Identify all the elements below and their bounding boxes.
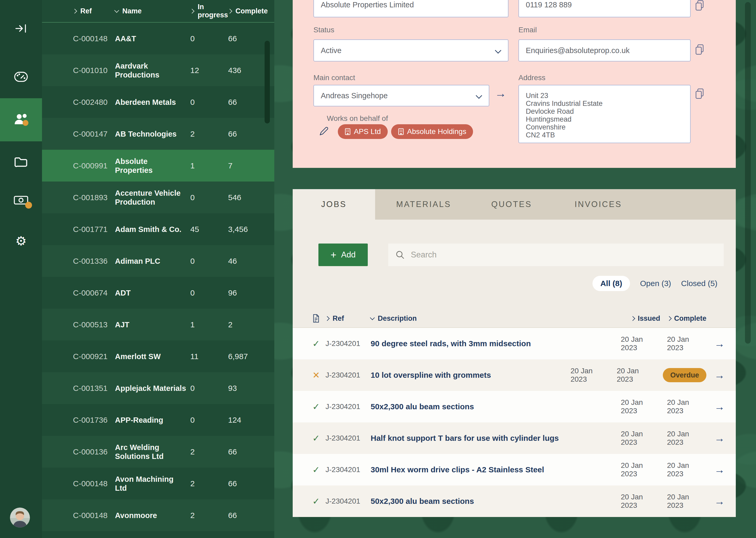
job-complete-date: 20 Jan 2023 xyxy=(667,335,706,352)
job-row[interactable]: J-2304201 50x2,300 alu beam sections 20 … xyxy=(293,391,736,422)
client-row[interactable]: C-001736 APP-Reading 0 124 xyxy=(42,404,274,436)
open-job-button[interactable]: → xyxy=(713,464,725,475)
filter-pill[interactable]: Closed (5) xyxy=(681,279,717,288)
client-row[interactable]: C-001010 Aardvark Productions 12 436 xyxy=(42,54,274,86)
arrow-right-icon: → xyxy=(495,87,506,100)
client-ref: C-001336 xyxy=(73,257,115,266)
sort-job-complete[interactable]: Complete xyxy=(667,314,706,323)
clients-scrollbar-thumb[interactable] xyxy=(264,41,270,124)
copy-phone-button[interactable] xyxy=(695,0,704,12)
sort-in-progress[interactable]: In progress xyxy=(190,3,228,19)
go-to-contact-button[interactable]: → xyxy=(495,87,506,99)
jobs-panel: + Add All (8)Open (3)Closed (5) Ref Desc… xyxy=(293,220,736,517)
status-select[interactable]: Active xyxy=(313,39,508,62)
job-complete-date: 20 Jan 2023 xyxy=(667,430,706,447)
edit-behalf-button[interactable] xyxy=(318,126,329,138)
client-row[interactable]: C-002480 Aberdeen Metals 0 66 xyxy=(42,86,274,118)
client-row[interactable]: C-001771 Adam Smith & Co. 45 3,456 xyxy=(42,213,274,245)
status-value: Active xyxy=(321,46,342,55)
job-issued-date: 20 Jan 2023 xyxy=(621,335,660,352)
filter-pill[interactable]: Open (3) xyxy=(640,279,671,288)
client-row[interactable]: C-000921 Amerlott SW 11 6,987 xyxy=(42,341,274,372)
client-row[interactable]: C-000148 Avonmoore 2 66 xyxy=(42,499,274,531)
client-ref: C-000674 xyxy=(73,289,115,297)
payments-nav-button[interactable] xyxy=(0,185,42,216)
user-avatar[interactable] xyxy=(10,508,30,527)
plus-icon: + xyxy=(330,250,336,260)
company-name-field[interactable]: Absolute Properties Limited xyxy=(313,0,508,17)
client-row[interactable]: C-000991 Absolute Properties 1 7 xyxy=(42,150,274,182)
client-name: Adam Smith & Co. xyxy=(115,225,190,234)
client-row[interactable]: C-000513 AJT 1 2 xyxy=(42,309,274,341)
client-row[interactable]: C-000147 AB Technologies 2 66 xyxy=(42,118,274,150)
behalf-company-tag[interactable]: Absolute Holdings xyxy=(391,124,473,139)
copy-email-button[interactable] xyxy=(695,44,704,56)
client-complete: 93 xyxy=(228,384,237,393)
sort-chevron-icon xyxy=(190,9,194,13)
folder-icon xyxy=(14,156,28,167)
client-row[interactable]: C-000148 Avon Machining Ltd 2 66 xyxy=(42,467,274,499)
tab[interactable]: MATERIALS xyxy=(375,189,472,220)
open-job-button[interactable]: → xyxy=(713,433,725,444)
job-status-icon xyxy=(312,465,325,474)
client-row[interactable]: C-000136 Arc Welding Solutions Ltd 2 66 xyxy=(42,436,274,467)
job-row[interactable]: J-2304201 50x2,300 alu beam sections 20 … xyxy=(293,485,736,517)
client-ref: C-000513 xyxy=(73,320,115,329)
building-icon xyxy=(345,128,351,135)
client-ref: C-000136 xyxy=(73,447,115,456)
sort-chevron-down-icon xyxy=(370,315,375,320)
dashboard-button[interactable] xyxy=(0,61,42,92)
search-input[interactable] xyxy=(410,250,716,260)
open-job-button[interactable]: → xyxy=(713,370,725,380)
sort-job-ref[interactable]: Ref xyxy=(325,314,371,323)
job-row[interactable]: J-2304201 30ml Hex worm drive clips - A2… xyxy=(293,454,736,485)
job-ref: J-2304201 xyxy=(325,434,371,442)
page-scrollbar-thumb[interactable] xyxy=(745,2,751,344)
behalf-company-tag[interactable]: APS Ltd xyxy=(338,124,388,139)
filter-pill[interactable]: All (8) xyxy=(592,276,630,291)
address-field[interactable]: Unit 23Cravins Industrial EstateDevlocke… xyxy=(518,85,691,143)
add-job-button[interactable]: + Add xyxy=(318,243,368,266)
job-col-description-label: Description xyxy=(378,314,417,323)
sort-name[interactable]: Name xyxy=(115,7,190,15)
sort-ref[interactable]: Ref xyxy=(73,7,115,15)
job-row[interactable]: J-2304201 90 degree steel rads, with 3mm… xyxy=(293,328,736,359)
behalf-tags: APS Ltd Absolute Holdings xyxy=(338,124,473,139)
client-row[interactable]: C-001336 Adiman PLC 0 46 xyxy=(42,245,274,277)
open-job-button[interactable]: → xyxy=(713,338,725,349)
jobs-table-header: Ref Description Issued Complete xyxy=(293,310,736,327)
job-col-issued-label: Issued xyxy=(638,314,660,323)
tab[interactable]: INVOICES 2 xyxy=(551,189,645,220)
client-row[interactable]: C-000674 ADT 0 96 xyxy=(42,277,274,309)
collapse-sidebar-button[interactable] xyxy=(0,13,42,44)
tab[interactable]: QUOTES xyxy=(472,189,551,220)
open-job-button[interactable]: → xyxy=(713,402,725,412)
job-issued-date: 20 Jan 2023 xyxy=(621,398,660,415)
client-name: AB Technologies xyxy=(115,130,190,138)
sort-job-issued[interactable]: Issued xyxy=(621,314,660,323)
clients-nav-button[interactable] xyxy=(0,98,42,141)
jobs-filters: All (8)Open (3)Closed (5) xyxy=(592,276,717,291)
sort-complete[interactable]: Complete xyxy=(228,7,268,15)
sort-job-description[interactable]: Description xyxy=(371,314,614,323)
client-row[interactable]: C-001893 Accenture Vehicle Production 0 … xyxy=(42,182,274,213)
client-row[interactable]: C-001351 Applejack Materials 0 93 xyxy=(42,372,274,404)
copy-address-button[interactable] xyxy=(695,88,704,100)
client-complete: 546 xyxy=(228,193,241,202)
projects-nav-button[interactable] xyxy=(0,146,42,178)
client-row[interactable]: C-000148 AA&T 0 66 xyxy=(42,23,274,54)
works-on-behalf-label: Works on behalf of xyxy=(327,114,388,123)
settings-button[interactable]: ⚙ xyxy=(0,225,42,257)
client-name: Aberdeen Metals xyxy=(115,98,190,107)
client-ref: C-001010 xyxy=(73,66,115,75)
client-detail-panel: Absolute Properties Limited 0119 128 889… xyxy=(293,0,736,168)
open-job-button[interactable]: → xyxy=(713,496,725,507)
clients-users-icon xyxy=(13,113,29,127)
main-contact-select[interactable]: Andreas Singehope xyxy=(313,85,489,106)
tab[interactable]: JOBS 1 xyxy=(293,189,375,220)
job-row[interactable]: J-2304201 10 lot overspline with grommet… xyxy=(293,359,736,391)
email-field[interactable]: Enquiries@absoluteprop.co.uk xyxy=(518,39,691,62)
job-row[interactable]: J-2304201 Half knot support T bars for u… xyxy=(293,422,736,454)
behalf-tag-label: Absolute Holdings xyxy=(407,128,466,136)
phone-field[interactable]: 0119 128 889 xyxy=(518,0,691,17)
